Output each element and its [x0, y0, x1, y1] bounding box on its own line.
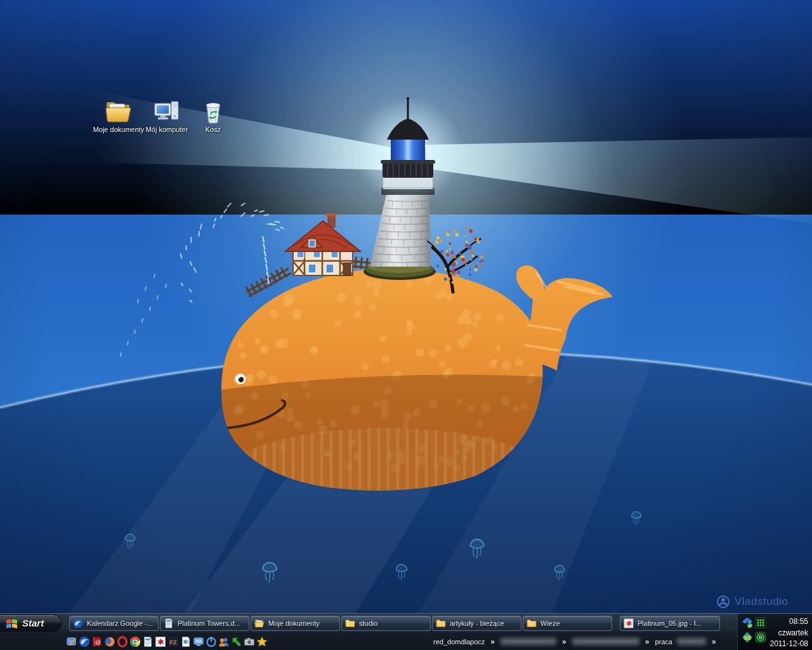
folder-icon — [345, 618, 355, 628]
contacts-icon[interactable] — [218, 636, 230, 647]
green-arrow-icon[interactable] — [231, 636, 242, 647]
show-desktop-icon[interactable] — [66, 636, 77, 647]
taskbar-button-kalendarz-google[interactable]: Kalendarz Google -... — [69, 616, 159, 631]
taskbar-button-label: Moje dokumenty — [268, 620, 320, 627]
toolbar-title-praca: praca — [655, 638, 672, 646]
taskbar-window-row: Start Kalendarz Google -... Platinum Tow… — [0, 614, 737, 632]
taskbar-button-platinum-towers-doc[interactable]: Platinum Towers.d... — [160, 616, 249, 631]
wallpaper-illustration — [0, 0, 812, 613]
dropbox-icon[interactable] — [742, 617, 753, 628]
start-label: Start — [22, 618, 44, 628]
tray-icons: S$ — [742, 616, 769, 649]
toolbar-labels: red_domdlapocz » » » praca » — [433, 632, 722, 650]
open-folder-icon — [254, 618, 265, 628]
system-tray: S$ 08:55 czwartek 2011-12-08 — [737, 614, 812, 650]
taskbar: Start Kalendarz Google -... Platinum Tow… — [0, 613, 812, 650]
taskbar-button-label: Wieze — [540, 620, 560, 627]
toolbar-chevron[interactable]: » — [712, 637, 716, 646]
redacted-toolbar-label — [572, 638, 639, 645]
redacted-toolbar-label — [677, 638, 706, 645]
watermark-text: Vladstudio — [735, 595, 788, 608]
camera-icon[interactable] — [244, 636, 255, 647]
writer-document-icon — [164, 618, 174, 628]
taskbar-button-studio[interactable]: studio — [341, 616, 431, 631]
writer-document-icon[interactable] — [142, 636, 154, 647]
taskbar-button-artykuly-biezace[interactable]: artykuły - bieżące — [432, 616, 521, 631]
toolbar-title-red-domdlapocz: red_domdlapocz — [433, 638, 485, 646]
svg-text:S$: S$ — [743, 634, 751, 641]
svg-text:@: @ — [95, 639, 101, 645]
chrome-icon[interactable] — [129, 636, 141, 647]
thunderbird-icon — [73, 618, 83, 628]
firefox-icon[interactable] — [104, 636, 115, 647]
favorites-star-icon[interactable] — [256, 636, 268, 647]
taskbar-button-label: Kalendarz Google -... — [87, 620, 153, 627]
my-computer-icon — [152, 99, 181, 124]
folder-icon — [527, 618, 537, 628]
svg-text:FZ: FZ — [169, 639, 177, 646]
toolbar-chevron[interactable]: » — [645, 637, 650, 646]
taskbar-button-label: studio — [359, 620, 377, 627]
led-grid-icon[interactable] — [755, 617, 766, 628]
start-button[interactable]: Start — [0, 614, 62, 632]
taskbar-button-label: artykuły - bieżące — [450, 620, 504, 627]
tray-clock[interactable]: 08:55 czwartek 2011-12-08 — [769, 616, 808, 649]
sts-icon[interactable]: S$ — [742, 632, 753, 643]
tray-day: czwartek — [769, 628, 808, 639]
webcam-eye-icon[interactable] — [755, 632, 766, 643]
desktop-icon-label: Moje dokumenty — [92, 126, 145, 134]
tray-time: 08:55 — [769, 616, 808, 628]
taskbar-toolbar-row: @ FZ red_domdlapocz » » — [0, 632, 737, 650]
toolbar-chevron[interactable]: » — [490, 637, 495, 646]
toolbar-chevron[interactable]: » — [562, 637, 566, 646]
thunderbird-icon[interactable] — [79, 636, 90, 647]
opera-icon[interactable] — [117, 636, 128, 647]
taskbar-button-platinum-05-jpg[interactable]: Platinum_05.jpg - I... — [620, 616, 720, 631]
desktop-icon-label: Mój komputer — [140, 126, 193, 134]
desktop-icon-label: Kosz — [187, 126, 240, 134]
irfanview-icon — [624, 618, 634, 628]
desktop-icon-my-computer[interactable]: Mój komputer — [140, 99, 193, 134]
my-documents-icon — [104, 99, 133, 124]
image-file-icon[interactable] — [180, 636, 192, 647]
recycle-bin-icon — [199, 99, 228, 124]
irfanview-icon[interactable] — [155, 636, 166, 647]
taskbar-button-label: Platinum_05.jpg - I... — [638, 620, 702, 627]
desktop-icon-recycle-bin[interactable]: Kosz — [187, 99, 240, 134]
vladstudio-logo-icon — [716, 594, 731, 609]
my-computer-icon[interactable] — [193, 636, 204, 647]
filezilla-icon[interactable]: FZ — [167, 636, 179, 647]
windows-flag-icon — [5, 617, 18, 630]
folder-icon — [436, 618, 446, 628]
desktop: Moje dokumenty Mój komputer Kosz — [0, 0, 812, 650]
quick-launch-bar: @ FZ — [66, 632, 269, 650]
taskbar-button-label: Platinum Towers.d... — [178, 620, 240, 627]
wallpaper-watermark: Vladstudio — [716, 594, 788, 609]
taskbar-button-moje-dokumenty[interactable]: Moje dokumenty — [251, 616, 340, 631]
desktop-icon-my-documents[interactable]: Moje dokumenty — [92, 99, 145, 134]
power-icon[interactable] — [206, 636, 217, 647]
address-book-icon[interactable]: @ — [91, 636, 103, 647]
tray-date: 2011-12-08 — [769, 639, 808, 650]
taskbar-button-wieze[interactable]: Wieze — [523, 616, 612, 631]
redacted-toolbar-label — [501, 638, 556, 645]
